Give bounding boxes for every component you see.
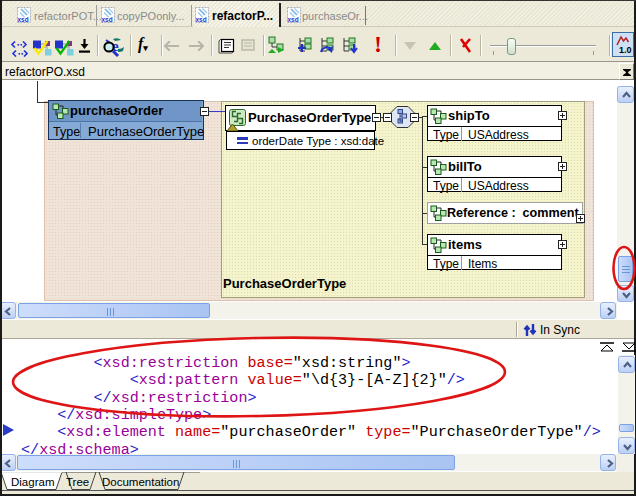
svg-text:xsd: xsd <box>18 16 29 23</box>
svg-text:xsd: xsd <box>102 16 113 23</box>
svg-text:xsd: xsd <box>196 16 207 23</box>
svg-text:xsd: xsd <box>288 16 299 23</box>
